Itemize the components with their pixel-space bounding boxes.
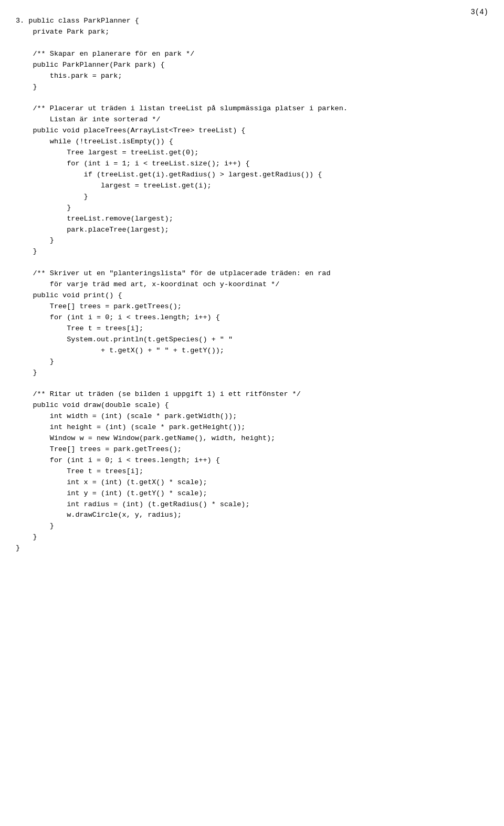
- code-block: 3. public class ParkPlanner { private Pa…: [16, 16, 488, 554]
- page-container: 3(4) 3. public class ParkPlanner { priva…: [0, 0, 504, 826]
- page-number: 3(4): [470, 8, 488, 16]
